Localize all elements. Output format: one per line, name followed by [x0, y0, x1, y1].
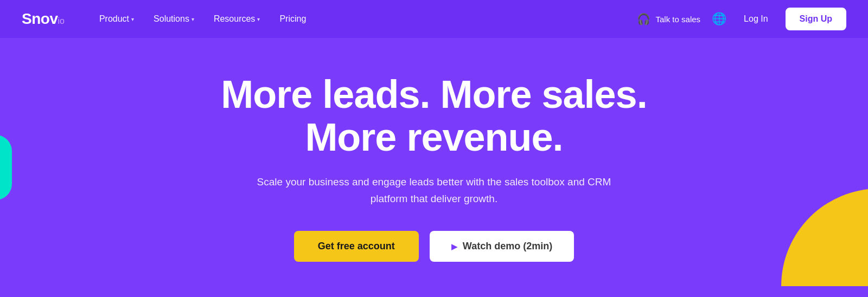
headphone-icon: 🎧: [636, 11, 652, 27]
watch-demo-label: Watch demo (2min): [463, 241, 552, 252]
nav-item-solutions[interactable]: Solutions ▾: [146, 10, 202, 28]
nav-right: 🎧 Talk to sales 🌐 Log In Sign Up: [636, 8, 846, 30]
chevron-down-icon: ▾: [192, 16, 194, 22]
logo[interactable]: Snovio: [22, 10, 65, 28]
navbar: Snovio Product ▾ Solutions ▾ Resources ▾…: [0, 0, 868, 38]
nav-item-pricing[interactable]: Pricing: [272, 10, 314, 28]
nav-label-pricing: Pricing: [279, 14, 306, 24]
nav-label-resources: Resources: [214, 14, 255, 24]
hero-section: More leads. More sales. More revenue. Sc…: [0, 38, 868, 297]
deco-cyan-left: [0, 135, 12, 200]
hero-title-line1: More leads. More sales.: [221, 73, 647, 116]
chevron-down-icon: ▾: [257, 16, 260, 22]
get-free-account-button[interactable]: Get free account: [294, 231, 419, 262]
nav-label-solutions: Solutions: [154, 14, 189, 24]
signup-button[interactable]: Sign Up: [786, 8, 846, 30]
talk-to-sales-label: Talk to sales: [656, 15, 701, 24]
play-icon: ▶: [451, 242, 457, 251]
chevron-down-icon: ▾: [131, 16, 134, 22]
nav-links: Product ▾ Solutions ▾ Resources ▾ Pricin…: [92, 10, 636, 28]
globe-icon[interactable]: 🌐: [711, 11, 726, 27]
hero-subtitle: Scale your business and engage leads bet…: [244, 174, 624, 207]
hero-content: More leads. More sales. More revenue. Sc…: [221, 73, 647, 262]
watch-demo-button[interactable]: ▶ Watch demo (2min): [430, 231, 574, 262]
hero-title: More leads. More sales. More revenue.: [221, 73, 647, 159]
deco-yellow-right: [781, 189, 868, 286]
logo-io: io: [58, 16, 64, 26]
hero-title-line2: More revenue.: [305, 115, 563, 159]
talk-to-sales-button[interactable]: 🎧 Talk to sales: [636, 11, 701, 27]
hero-buttons: Get free account ▶ Watch demo (2min): [221, 231, 647, 262]
nav-item-resources[interactable]: Resources ▾: [206, 10, 267, 28]
login-button[interactable]: Log In: [737, 10, 774, 28]
nav-item-product[interactable]: Product ▾: [92, 10, 142, 28]
logo-snov: Snov: [22, 10, 58, 28]
nav-label-product: Product: [99, 14, 129, 24]
